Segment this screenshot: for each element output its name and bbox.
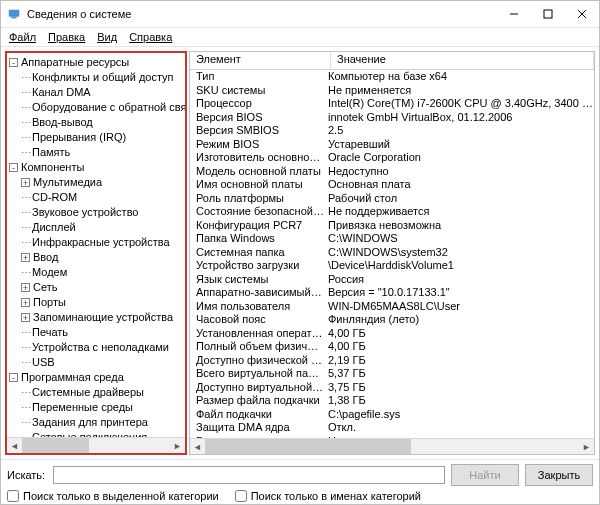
table-row[interactable]: Аппаратно-зависимый уровен…Версия = "10.… — [190, 286, 594, 300]
table-row[interactable]: Доступно виртуальной памяти3,75 ГБ — [190, 381, 594, 395]
table-row[interactable]: Файл подкачкиC:\pagefile.sys — [190, 408, 594, 422]
tree-sw-item[interactable]: ⋯Сетевые подключения — [9, 430, 185, 437]
expand-icon[interactable]: - — [9, 373, 18, 382]
table-row[interactable]: Изготовитель основной платыOracle Corpor… — [190, 151, 594, 165]
tree-hardware[interactable]: -Аппаратные ресурсы — [9, 55, 185, 70]
cell-value: Не поддерживается — [324, 205, 594, 219]
menu-view[interactable]: Вид — [91, 31, 123, 43]
tree-hw-item[interactable]: ⋯Память — [9, 145, 185, 160]
table-row[interactable]: Модель основной платыНедоступно — [190, 165, 594, 179]
tree-ports[interactable]: +Порты — [9, 295, 185, 310]
table-row[interactable]: Полный объем физической па…4,00 ГБ — [190, 340, 594, 354]
maximize-button[interactable] — [531, 1, 565, 27]
scroll-thumb[interactable] — [205, 439, 411, 454]
close-search-button[interactable]: Закрыть — [525, 464, 593, 486]
table-row[interactable]: Имя основной платыОсновная плата — [190, 178, 594, 192]
tree-branch-icon: ⋯ — [21, 190, 29, 205]
table-row[interactable]: Размер файла подкачки1,38 ГБ — [190, 394, 594, 408]
tree-storage[interactable]: +Запоминающие устройства — [9, 310, 185, 325]
tree-label: Звуковое устройство — [32, 205, 138, 220]
table-row[interactable]: Версия BIOSinnotek GmbH VirtualBox, 01.1… — [190, 111, 594, 125]
table-row[interactable]: SKU системыНе применяется — [190, 84, 594, 98]
table-row[interactable]: Режим BIOSУстаревший — [190, 138, 594, 152]
scroll-right-icon[interactable]: ► — [579, 439, 594, 454]
check-names-only[interactable]: Поиск только в именах категорий — [235, 490, 421, 502]
table-row[interactable]: Конфигурация PCR7Привязка невозможна — [190, 219, 594, 233]
tree-sw-item[interactable]: ⋯Системные драйверы — [9, 385, 185, 400]
search-input[interactable] — [53, 466, 445, 484]
menu-edit[interactable]: Правка — [42, 31, 91, 43]
scroll-track[interactable] — [205, 439, 579, 454]
table-row[interactable]: Состояние безопасной загруз…Не поддержив… — [190, 205, 594, 219]
tree-comp-item[interactable]: ⋯CD-ROM — [9, 190, 185, 205]
tree-hscrollbar[interactable]: ◄ ► — [7, 437, 185, 453]
find-button[interactable]: Найти — [451, 464, 519, 486]
table-row[interactable]: Версия SMBIOS2.5 — [190, 124, 594, 138]
tree-branch-icon: ⋯ — [21, 205, 29, 220]
check-selected-category[interactable]: Поиск только в выделенной категории — [7, 490, 219, 502]
tree-comp-item[interactable]: ⋯Дисплей — [9, 220, 185, 235]
check-selected-category-box[interactable] — [7, 490, 19, 502]
scroll-left-icon[interactable]: ◄ — [190, 439, 205, 454]
tree-input[interactable]: +Ввод — [9, 250, 185, 265]
tree-label: Сетевые подключения — [32, 430, 147, 437]
menu-file[interactable]: Файл — [3, 31, 42, 43]
grid-hscrollbar[interactable]: ◄ ► — [190, 438, 594, 454]
table-row[interactable]: ТипКомпьютер на базе x64 — [190, 70, 594, 84]
tree-comp-item[interactable]: ⋯Звуковое устройство — [9, 205, 185, 220]
tree-sw-item[interactable]: ⋯Задания для принтера — [9, 415, 185, 430]
table-row[interactable]: ПроцессорIntel(R) Core(TM) i7-2600K CPU … — [190, 97, 594, 111]
tree-branch-icon: ⋯ — [21, 400, 29, 415]
table-row[interactable]: Роль платформыРабочий стол — [190, 192, 594, 206]
scroll-right-icon[interactable]: ► — [170, 438, 185, 453]
table-row[interactable]: Установленная оперативная п…4,00 ГБ — [190, 327, 594, 341]
expand-icon[interactable]: + — [21, 253, 30, 262]
tree-sw-item[interactable]: ⋯Переменные среды — [9, 400, 185, 415]
tree-hw-item[interactable]: ⋯Прерывания (IRQ) — [9, 130, 185, 145]
expand-icon[interactable]: + — [21, 283, 30, 292]
tree-label: Переменные среды — [32, 400, 133, 415]
grid-header[interactable]: Элемент Значение — [190, 52, 594, 70]
table-row[interactable]: Защита DMA ядраОткл. — [190, 421, 594, 435]
table-row[interactable]: Системная папкаC:\WINDOWS\system32 — [190, 246, 594, 260]
table-row[interactable]: Доступно физической памяти2,19 ГБ — [190, 354, 594, 368]
tree-hw-item[interactable]: ⋯Конфликты и общий доступ — [9, 70, 185, 85]
table-row[interactable]: Часовой поясФинляндия (лето) — [190, 313, 594, 327]
cell-name: Версия BIOS — [190, 111, 324, 125]
column-element[interactable]: Элемент — [190, 52, 331, 69]
expand-icon[interactable]: + — [21, 298, 30, 307]
table-row[interactable]: Всего виртуальной памяти5,37 ГБ — [190, 367, 594, 381]
grid-body[interactable]: ТипКомпьютер на базе x64SKU системыНе пр… — [190, 70, 594, 438]
expand-icon[interactable]: + — [21, 178, 30, 187]
check-names-only-box[interactable] — [235, 490, 247, 502]
table-row[interactable]: Имя пользователяWIN-DM65MAAS8LC\User — [190, 300, 594, 314]
scroll-thumb[interactable] — [22, 438, 89, 453]
column-value[interactable]: Значение — [331, 52, 594, 69]
expand-icon[interactable]: - — [9, 163, 18, 172]
tree-comp-item[interactable]: ⋯USB — [9, 355, 185, 370]
tree-components[interactable]: -Компоненты — [9, 160, 185, 175]
expand-icon[interactable]: + — [21, 313, 30, 322]
close-button[interactable] — [565, 1, 599, 27]
table-row[interactable]: Язык системыРоссия — [190, 273, 594, 287]
scroll-track[interactable] — [22, 438, 170, 453]
titlebar[interactable]: Сведения о системе — [1, 1, 599, 28]
scroll-left-icon[interactable]: ◄ — [7, 438, 22, 453]
tree-multimedia[interactable]: +Мультимедиа — [9, 175, 185, 190]
category-tree[interactable]: -Аппаратные ресурсы⋯Конфликты и общий до… — [7, 53, 185, 437]
tree-network[interactable]: +Сеть — [9, 280, 185, 295]
tree-comp-item[interactable]: ⋯Устройства с неполадками — [9, 340, 185, 355]
tree-software[interactable]: -Программная среда — [9, 370, 185, 385]
minimize-button[interactable] — [497, 1, 531, 27]
tree-comp-item[interactable]: ⋯Модем — [9, 265, 185, 280]
tree-comp-item[interactable]: ⋯Инфракрасные устройства — [9, 235, 185, 250]
expand-icon[interactable]: - — [9, 58, 18, 67]
table-row[interactable]: Папка WindowsC:\WINDOWS — [190, 232, 594, 246]
tree-comp-item[interactable]: ⋯Печать — [9, 325, 185, 340]
tree-hw-item[interactable]: ⋯Оборудование с обратной связью — [9, 100, 185, 115]
cell-value: C:\WINDOWS\system32 — [324, 246, 594, 260]
table-row[interactable]: Устройство загрузки\Device\HarddiskVolum… — [190, 259, 594, 273]
menu-help[interactable]: Справка — [123, 31, 178, 43]
tree-hw-item[interactable]: ⋯Канал DMA — [9, 85, 185, 100]
tree-hw-item[interactable]: ⋯Ввод-вывод — [9, 115, 185, 130]
